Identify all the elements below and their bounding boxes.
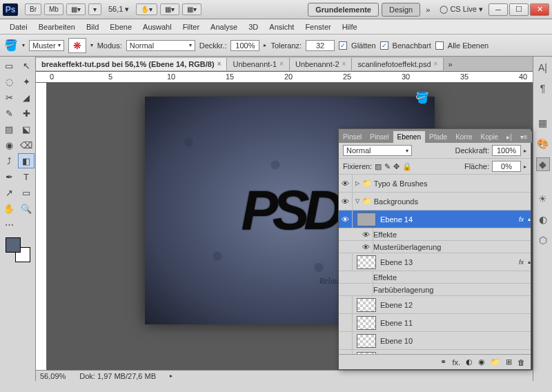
- color-panel-icon[interactable]: 🎨: [536, 137, 550, 150]
- menu-fenster[interactable]: Fenster: [299, 21, 336, 33]
- tool-18[interactable]: ✋: [1, 201, 17, 216]
- tool-17[interactable]: ▭: [18, 185, 34, 200]
- foreground-swatch[interactable]: [6, 237, 21, 253]
- tool-11[interactable]: ⌫: [18, 137, 34, 153]
- menu-ebene[interactable]: Ebene: [104, 21, 137, 33]
- new-group-icon[interactable]: 📁: [491, 357, 500, 366]
- delete-layer-icon[interactable]: 🗑: [518, 358, 525, 366]
- tool-5[interactable]: ◢: [18, 90, 34, 105]
- zoom-level[interactable]: 56,1 ▾: [108, 5, 129, 14]
- tool-15[interactable]: T: [18, 169, 34, 184]
- status-zoom[interactable]: 56,09%: [40, 372, 66, 380]
- close-button[interactable]: ✕: [530, 3, 549, 16]
- menu-bild[interactable]: Bild: [81, 21, 104, 33]
- tool-16[interactable]: ↗: [1, 185, 17, 200]
- menu-analyse[interactable]: Analyse: [205, 21, 243, 33]
- doctab-4[interactable]: scanlinefotoeffekt.psd×: [352, 58, 444, 70]
- effect-pattern[interactable]: 👁Musterüberlagerung: [339, 241, 531, 253]
- visibility-icon[interactable]: 👁: [339, 175, 353, 192]
- group-backgrounds[interactable]: 👁▽📁 Backgrounds: [339, 193, 531, 210]
- effects-label[interactable]: 👁Effekte: [339, 228, 531, 241]
- doctab-2[interactable]: Unbenannt-1×: [227, 58, 289, 70]
- group-typo[interactable]: 👁▷📁 Typo & Brushes: [339, 175, 531, 193]
- blend-mode-dropdown[interactable]: Normal▾: [343, 145, 412, 156]
- lock-position-icon[interactable]: ✥: [393, 162, 400, 171]
- new-layer-icon[interactable]: ⊞: [506, 357, 512, 366]
- minibridge-button[interactable]: Mb: [44, 3, 63, 15]
- mask-panel-icon[interactable]: ◐: [536, 213, 550, 226]
- bridge-button[interactable]: Br: [25, 3, 41, 15]
- doctab-3[interactable]: Unbenannt-2×: [290, 58, 352, 70]
- arrange-button[interactable]: ▾: [88, 3, 101, 15]
- para-panel-icon[interactable]: ¶: [536, 81, 550, 95]
- tool-13[interactable]: ◧: [18, 153, 34, 168]
- panel-menu[interactable]: ▾≡: [516, 131, 532, 143]
- tool-19[interactable]: 🔍: [18, 201, 34, 216]
- tool-12[interactable]: ⤴: [1, 153, 17, 168]
- tab-kopie[interactable]: Kopie: [477, 131, 503, 143]
- tab-pfade[interactable]: Pfade: [425, 131, 451, 143]
- menu-bearbeiten[interactable]: Bearbeiten: [33, 21, 81, 33]
- layer-ebene12[interactable]: Ebene 12: [339, 296, 531, 314]
- contiguous-checkbox[interactable]: ✓: [380, 41, 388, 50]
- tool-2[interactable]: ◌: [1, 74, 17, 89]
- menu-auswahl[interactable]: Auswahl: [137, 21, 177, 33]
- lock-paint-icon[interactable]: ✎: [384, 162, 391, 171]
- panel-expand[interactable]: ▸|: [502, 131, 516, 143]
- tool-14[interactable]: ✒: [1, 169, 17, 184]
- tool-20[interactable]: ⋯: [1, 217, 17, 232]
- tool-10[interactable]: ◉: [1, 137, 17, 153]
- tab-korre[interactable]: Korre: [451, 131, 476, 143]
- cslive-button[interactable]: CS Live: [450, 5, 477, 13]
- char-panel-icon[interactable]: A|: [536, 61, 550, 75]
- mode-dropdown[interactable]: Normal ▾: [126, 40, 195, 51]
- minimize-button[interactable]: ─: [489, 3, 508, 16]
- pattern-swatch[interactable]: ❋: [68, 38, 86, 53]
- tolerance-field[interactable]: 32: [306, 40, 335, 51]
- extras-button[interactable]: ▦▾: [160, 3, 179, 15]
- menu-datei[interactable]: Datei: [4, 21, 33, 33]
- lock-all-icon[interactable]: 🔒: [402, 162, 412, 171]
- layer-opacity-field[interactable]: 100%: [492, 145, 521, 156]
- swatches-panel-icon[interactable]: ▦: [536, 116, 550, 130]
- menu-filter[interactable]: Filter: [177, 21, 205, 33]
- tool-4[interactable]: ✂: [1, 90, 17, 105]
- menu-3d[interactable]: 3D: [243, 21, 264, 33]
- menu-ansicht[interactable]: Ansicht: [264, 21, 299, 33]
- workspace-design[interactable]: Design: [382, 3, 420, 17]
- alllayers-checkbox[interactable]: [435, 41, 444, 50]
- layer-fx-icon[interactable]: fx.: [452, 358, 460, 366]
- layer-ebene10[interactable]: Ebene 10: [339, 332, 531, 350]
- hand-button[interactable]: ✋▾: [136, 3, 157, 15]
- layer-ebene14[interactable]: 👁Ebene 14fx▴: [339, 210, 531, 228]
- layer-fill-field[interactable]: 0%: [492, 161, 521, 172]
- tool-8[interactable]: ▨: [1, 121, 17, 137]
- lock-transparency-icon[interactable]: ▨: [375, 162, 382, 171]
- layers-panel-icon[interactable]: ◆: [536, 157, 550, 171]
- guides-button[interactable]: ▦▾: [182, 3, 201, 15]
- close-icon[interactable]: ×: [217, 60, 221, 68]
- adjust-panel-icon[interactable]: ☀: [536, 192, 550, 206]
- styles-panel-icon[interactable]: ⬡: [536, 233, 550, 247]
- link-layers-icon[interactable]: ⚭: [440, 357, 446, 366]
- workspace-grundelemente[interactable]: Grundelemente: [308, 3, 379, 17]
- maximize-button[interactable]: ☐: [509, 3, 529, 16]
- effect-color[interactable]: Farbüberlagerung: [339, 284, 531, 296]
- layer-ebene13[interactable]: Ebene 13fx▴: [339, 253, 531, 271]
- layer-ebene11[interactable]: Ebene 11: [339, 314, 531, 332]
- tool-1[interactable]: ↖: [18, 58, 34, 73]
- tool-6[interactable]: ✎: [1, 106, 17, 121]
- layer-mask-icon[interactable]: ◐: [466, 357, 473, 366]
- tool-0[interactable]: ▭: [1, 58, 17, 73]
- menu-hilfe[interactable]: Hilfe: [337, 21, 363, 33]
- doctab-1[interactable]: breakeffekt-tut.psd bei 56,1% (Ebene 14,…: [36, 58, 227, 70]
- tool-3[interactable]: ✦: [18, 74, 34, 89]
- doctab-overflow[interactable]: »: [444, 60, 456, 68]
- layer-thumb[interactable]: [357, 213, 376, 226]
- effects-label[interactable]: Effekte: [339, 271, 531, 284]
- status-docsize[interactable]: Dok: 1,97 MB/27,6 MB: [79, 372, 156, 380]
- tool-21[interactable]: [18, 217, 34, 232]
- tab-pinsel1[interactable]: Pinsel: [339, 131, 366, 143]
- tool-9[interactable]: ⬕: [18, 121, 34, 137]
- workspace-more[interactable]: »: [422, 6, 434, 14]
